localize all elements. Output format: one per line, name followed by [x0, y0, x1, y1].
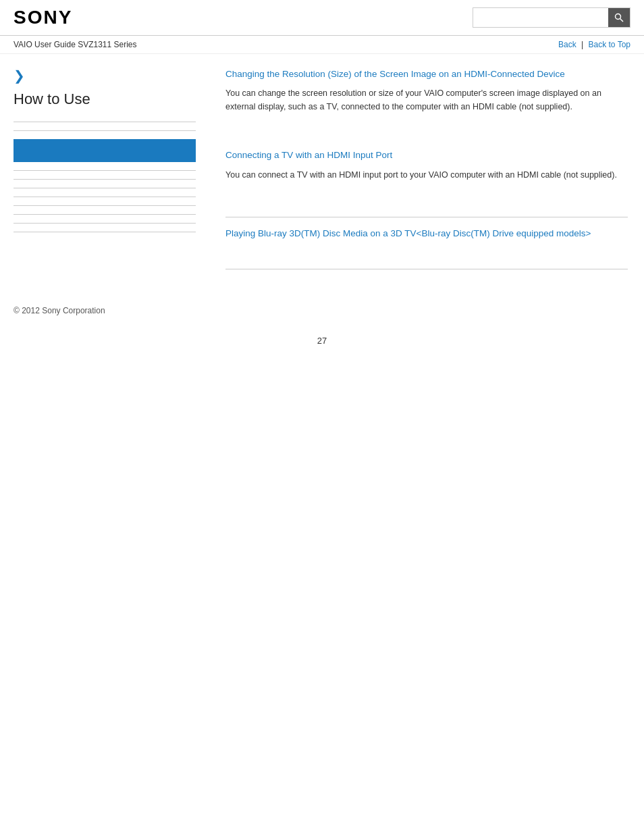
sidebar-divider-9 — [14, 223, 196, 224]
section1-body: You can change the screen resolution or … — [225, 86, 628, 113]
main-container: ❯ How to Use Changing the Resolution (Si… — [0, 54, 644, 292]
search-input[interactable] — [473, 8, 608, 27]
page-header: SONY — [0, 0, 644, 36]
section-title: How to Use — [14, 90, 196, 112]
sidebar: ❯ How to Use — [0, 54, 209, 292]
sidebar-divider-8 — [14, 214, 196, 215]
nav-links: Back | Back to Top — [558, 40, 630, 49]
guide-title: VAIO User Guide SVZ1311 Series — [14, 40, 137, 49]
sub-header: VAIO User Guide SVZ1311 Series Back | Ba… — [0, 36, 644, 54]
content-section-2: Connecting a TV with an HDMI Input Port … — [225, 149, 628, 203]
section2-body: You can connect a TV with an HDMI input … — [225, 168, 628, 182]
search-box — [473, 7, 630, 28]
sidebar-active-item[interactable] — [14, 139, 196, 162]
sony-logo: SONY — [14, 7, 72, 28]
content-divider-1 — [225, 217, 628, 217]
content-section-1: Changing the Resolution (Size) of the Sc… — [225, 68, 628, 135]
content-divider-2 — [225, 269, 628, 269]
sidebar-divider-4 — [14, 179, 196, 180]
sidebar-divider-5 — [14, 188, 196, 188]
sidebar-divider-2 — [14, 130, 196, 131]
search-button[interactable] — [608, 8, 630, 27]
svg-point-0 — [616, 14, 621, 20]
chevron-icon: ❯ — [14, 68, 196, 84]
content-area: Changing the Resolution (Size) of the Sc… — [209, 54, 644, 292]
content-section-3: Playing Blu-ray 3D(TM) Disc Media on a 3… — [225, 227, 628, 255]
svg-line-1 — [620, 19, 624, 22]
section1-title-link[interactable]: Changing the Resolution (Size) of the Sc… — [225, 68, 628, 81]
sidebar-divider-6 — [14, 197, 196, 197]
section3-title-link[interactable]: Playing Blu-ray 3D(TM) Disc Media on a 3… — [225, 227, 628, 240]
section2-title-link[interactable]: Connecting a TV with an HDMI Input Port — [225, 149, 628, 162]
back-to-top-link[interactable]: Back to Top — [589, 40, 630, 49]
back-link[interactable]: Back — [558, 40, 576, 49]
sidebar-divider-7 — [14, 205, 196, 206]
sidebar-divider-10 — [14, 232, 196, 232]
sidebar-divider-3 — [14, 170, 196, 171]
search-icon — [614, 13, 624, 22]
footer: © 2012 Sony Corporation — [0, 292, 644, 329]
sidebar-divider-1 — [14, 122, 196, 122]
page-number: 27 — [0, 329, 644, 353]
nav-separator: | — [581, 40, 583, 49]
copyright-text: © 2012 Sony Corporation — [14, 306, 105, 315]
